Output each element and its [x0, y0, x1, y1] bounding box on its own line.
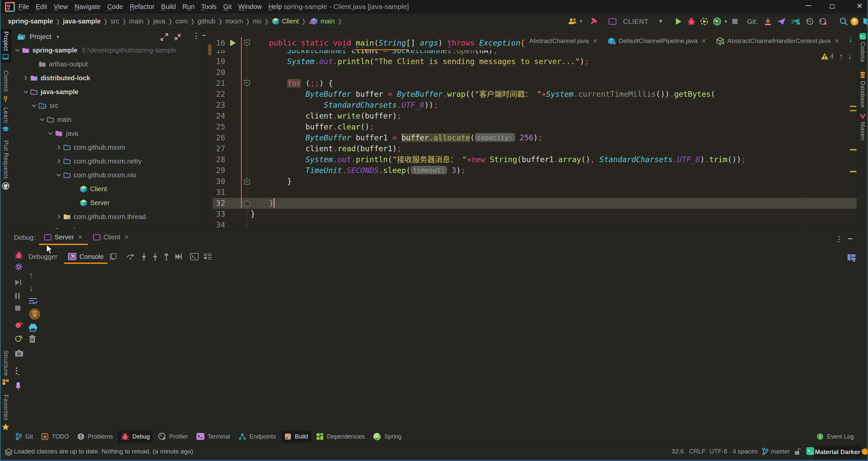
tool-stripe-button-structure[interactable]: Structure — [0, 348, 11, 387]
hide-debug-panel-icon[interactable]: – — [848, 233, 852, 243]
update-available-icon[interactable] — [850, 17, 859, 26]
run-configuration-selector[interactable]: CLIENT — [623, 18, 649, 25]
breadcrumb-item[interactable]: Client — [282, 18, 299, 25]
rerun-icon[interactable] — [15, 251, 23, 259]
tree-item-com-github-mxsm-nio[interactable]: com.github.mxsm.nio — [11, 168, 205, 182]
line-number[interactable]: 20 — [205, 67, 225, 78]
breadcrumb-item[interactable]: main — [320, 18, 335, 25]
editor-tab-defaultchannelpipeline-java[interactable]: DefaultChannelPipeline.java✕ — [603, 33, 711, 49]
theme-indicator[interactable]: Material Darker — [814, 445, 861, 458]
tree-item-java-sample[interactable]: java-sample — [11, 85, 205, 99]
warning-stripe-mark[interactable] — [850, 106, 857, 107]
breadcrumb-item[interactable]: nio — [253, 18, 261, 25]
line-number[interactable]: 29 — [205, 165, 225, 176]
code-line-21[interactable]: for (;;) { — [251, 78, 333, 89]
build-project-icon[interactable] — [589, 17, 598, 26]
pin-icon[interactable] — [15, 382, 22, 390]
editor-tab-abstractchannel-java[interactable]: AbstractChannel.java✕ — [524, 33, 602, 49]
line-number[interactable]: 26 — [205, 132, 225, 143]
warning-stripe-mark[interactable] — [850, 110, 857, 111]
search-everywhere-icon[interactable] — [839, 17, 848, 26]
line-separator[interactable]: CRLF — [689, 448, 706, 455]
menu-view[interactable]: View — [54, 3, 68, 10]
code-line-25[interactable]: buffer.clear(); — [251, 122, 374, 132]
tool-stripe-button-pull-requests[interactable]: Pull Requests — [0, 139, 11, 192]
menu-build[interactable]: Build — [161, 3, 176, 10]
code-line-32[interactable]: } — [251, 198, 274, 209]
tool-stripe-button-learn[interactable]: Learn — [0, 105, 11, 135]
chevron-right-icon[interactable] — [56, 158, 62, 164]
move-down-icon[interactable]: ↓ — [29, 283, 33, 294]
line-number[interactable]: 19 — [205, 56, 225, 67]
tool-stripe-button-commit[interactable]: Commit — [0, 68, 11, 105]
tree-item-client[interactable]: Client — [11, 182, 205, 196]
menu-git[interactable]: Git — [223, 3, 232, 10]
tree-item-server[interactable]: Server — [11, 196, 205, 210]
tree-item-spring-sample[interactable]: spring-sampleE:\develop\github\spring-sa… — [11, 43, 205, 57]
print-icon[interactable] — [29, 324, 37, 332]
breadcrumb-item[interactable]: mxsm — [225, 18, 243, 25]
hidden-tabs-chevron-icon[interactable]: ↓ — [848, 34, 853, 44]
warning-stripe-mark[interactable] — [850, 171, 857, 173]
profiler-chevron-icon[interactable]: ▼ — [723, 19, 728, 24]
chevron-right-icon[interactable] — [56, 145, 62, 150]
chevron-right-icon[interactable] — [56, 214, 62, 219]
debug-button[interactable] — [687, 18, 695, 25]
chevron-down-icon[interactable] — [56, 173, 62, 177]
run-to-cursor-icon[interactable] — [175, 253, 182, 260]
tool-window-button-event-log[interactable]: 1Event Log — [813, 431, 857, 442]
close-tab-icon[interactable]: ✕ — [124, 234, 129, 241]
code-line-23[interactable]: StandardCharsets.UTF_8)); — [251, 100, 438, 111]
code-line-33[interactable]: } — [251, 209, 255, 220]
line-number[interactable]: 34 — [205, 220, 225, 229]
tool-stripe-button-maven[interactable]: Maven — [857, 114, 868, 141]
layout-settings-icon[interactable] — [847, 254, 856, 262]
resume-icon[interactable] — [15, 279, 22, 286]
close-button[interactable]: ✕ — [857, 2, 863, 10]
menu-tools[interactable]: Tools — [201, 3, 217, 10]
local-history-icon[interactable] — [805, 17, 814, 26]
line-number[interactable]: 22 — [205, 89, 225, 100]
menu-refactor[interactable]: Refactor — [129, 3, 155, 10]
profiler-button[interactable] — [713, 17, 721, 26]
close-tab-icon[interactable]: ✕ — [593, 38, 598, 44]
code-line-19[interactable]: System.out.println("The Client is sendin… — [251, 56, 589, 67]
tree-item-java[interactable]: java — [11, 126, 205, 140]
run-button[interactable] — [675, 18, 682, 25]
collaboration-icon[interactable] — [568, 18, 577, 25]
line-number[interactable]: 32 — [205, 198, 225, 209]
close-tab-icon[interactable]: ✕ — [702, 38, 706, 44]
debug-settings-icon[interactable] — [204, 253, 212, 260]
line-number[interactable]: 21 — [205, 78, 225, 89]
collapse-all-icon[interactable] — [174, 33, 182, 41]
tool-stripe-button-favorites[interactable]: Favorites — [0, 393, 11, 432]
menu-edit[interactable]: Edit — [36, 3, 47, 10]
chevron-down-icon[interactable] — [14, 49, 21, 52]
chevron-down-icon[interactable] — [31, 104, 37, 107]
chevron-right-icon[interactable] — [23, 75, 29, 81]
chevron-down-icon[interactable] — [39, 118, 45, 121]
more-actions-icon[interactable] — [15, 367, 20, 375]
breadcrumb-item[interactable]: com — [175, 18, 188, 25]
tool-window-button-dependencies[interactable]: Dependencies — [313, 431, 368, 442]
git-push-icon[interactable] — [777, 18, 786, 25]
move-up-icon[interactable]: ↑ — [29, 270, 33, 281]
line-number[interactable]: 31 — [205, 187, 225, 198]
force-step-into-icon[interactable] — [153, 253, 158, 260]
warning-stripe-mark[interactable] — [850, 149, 857, 151]
debug-session-tab-server[interactable]: Server✕ — [39, 229, 88, 245]
breadcrumb-item[interactable]: java-sample — [63, 18, 101, 25]
clear-console-icon[interactable] — [29, 335, 36, 343]
tool-stripe-button-project[interactable]: Project — [0, 29, 11, 62]
prev-warning-icon[interactable]: ↑ — [839, 52, 843, 61]
menu-code[interactable]: Code — [107, 3, 123, 10]
rollback-icon[interactable] — [818, 17, 827, 26]
debug-view-tab-debugger[interactable]: Debugger — [25, 249, 61, 265]
inspections-widget[interactable]: 4↑↓ — [821, 52, 852, 60]
code-line-18[interactable]: SocketChannel client = SocketChannel.ope… — [251, 45, 498, 56]
git-update-icon[interactable] — [764, 18, 772, 25]
show-execution-point-icon[interactable] — [109, 252, 118, 261]
tree-item-com-github-mxsm-netty[interactable]: com.github.mxsm.netty — [11, 154, 205, 168]
file-encoding[interactable]: UTF-8 — [710, 448, 727, 455]
close-tab-icon[interactable]: ✕ — [78, 234, 83, 241]
